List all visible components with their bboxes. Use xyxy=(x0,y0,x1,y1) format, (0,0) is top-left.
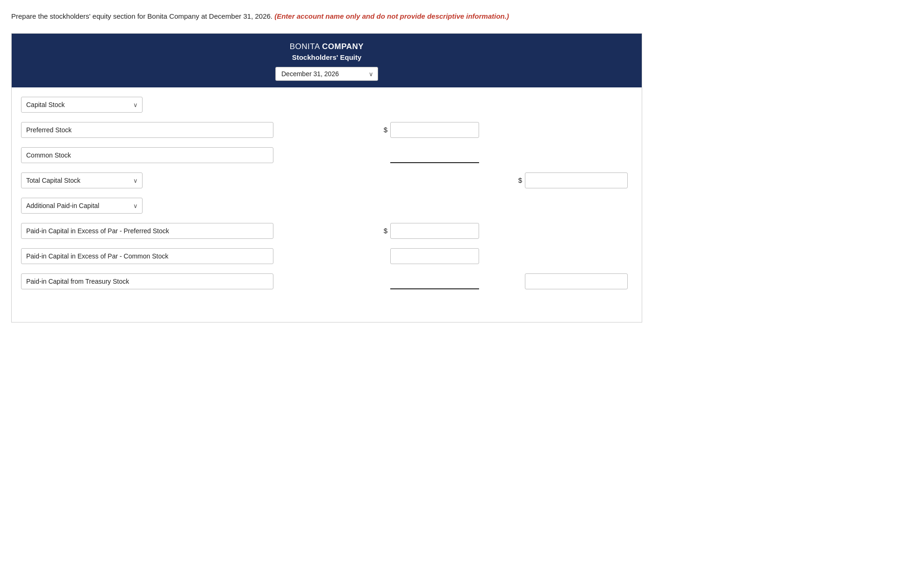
table-header: BONITA COMPANY Stockholders' Equity Dece… xyxy=(12,34,642,87)
row-capital-stock: Capital Stock xyxy=(12,92,642,117)
col-label-paid-in-common xyxy=(21,248,301,264)
col-mid-paid-in-preferred: $ xyxy=(301,223,479,239)
row-paid-in-treasury xyxy=(12,269,642,294)
col-mid-common-stock xyxy=(301,147,479,163)
row-additional-paid-in: Additional Paid-in Capital xyxy=(12,193,642,218)
select-wrap-additional-paid-in[interactable]: Additional Paid-in Capital xyxy=(21,198,143,214)
select-total-capital-stock[interactable]: Total Capital Stock xyxy=(21,172,143,188)
input-preferred-stock[interactable] xyxy=(21,122,273,138)
amount-common-stock[interactable] xyxy=(390,147,479,163)
input-paid-in-preferred[interactable] xyxy=(21,223,273,239)
equity-table: BONITA COMPANY Stockholders' Equity Dece… xyxy=(11,33,642,323)
amount-paid-in-common[interactable] xyxy=(390,248,479,264)
input-common-stock[interactable] xyxy=(21,147,273,163)
section-title: Stockholders' Equity xyxy=(16,53,637,61)
row-paid-in-preferred: $ xyxy=(12,218,642,244)
col-label-capital-stock: Capital Stock xyxy=(21,97,301,113)
amount-total-capital-stock[interactable] xyxy=(525,172,628,188)
date-select[interactable]: December 31, 2026 xyxy=(275,67,378,81)
table-body: Capital Stock $ xyxy=(12,87,642,322)
select-wrap-capital-stock[interactable]: Capital Stock xyxy=(21,97,143,113)
select-capital-stock[interactable]: Capital Stock xyxy=(21,97,143,113)
company-name-normal: BONITA xyxy=(290,42,322,51)
col-mid-paid-in-common xyxy=(301,248,479,264)
instruction-red: (Enter account name only and do not prov… xyxy=(274,12,509,20)
date-selector-wrapper: December 31, 2026 xyxy=(16,67,637,81)
amount-preferred-stock[interactable] xyxy=(390,122,479,138)
col-label-preferred-stock xyxy=(21,122,301,138)
row-common-stock xyxy=(12,143,642,168)
row-total-capital-stock: Total Capital Stock $ xyxy=(12,168,642,193)
select-wrap-total-capital-stock[interactable]: Total Capital Stock xyxy=(21,172,143,188)
date-select-wrap[interactable]: December 31, 2026 xyxy=(275,67,378,81)
col-label-paid-in-preferred xyxy=(21,223,301,239)
company-name-bold: COMPANY xyxy=(322,42,364,51)
select-additional-paid-in[interactable]: Additional Paid-in Capital xyxy=(21,198,143,214)
col-label-additional-paid-in: Additional Paid-in Capital xyxy=(21,198,301,214)
instruction-main: Prepare the stockholders' equity section… xyxy=(11,12,272,20)
amount-paid-in-preferred[interactable] xyxy=(390,223,479,239)
col-mid-preferred-stock: $ xyxy=(301,122,479,138)
row-preferred-stock: $ xyxy=(12,117,642,143)
row-paid-in-common xyxy=(12,244,642,269)
dollar-sign-paid-in-preferred: $ xyxy=(384,227,387,235)
instruction-text: Prepare the stockholders' equity section… xyxy=(11,11,642,22)
col-label-paid-in-treasury xyxy=(21,273,301,289)
col-label-common-stock xyxy=(21,147,301,163)
input-paid-in-common[interactable] xyxy=(21,248,273,264)
input-paid-in-treasury[interactable] xyxy=(21,273,273,289)
amount-total-right-bottom[interactable] xyxy=(525,273,628,289)
col-right-paid-in-treasury xyxy=(479,273,632,289)
amount-paid-in-treasury[interactable] xyxy=(390,273,479,289)
dollar-sign-preferred: $ xyxy=(384,126,387,134)
col-right-total-capital-stock: $ xyxy=(479,172,632,188)
company-name: BONITA COMPANY xyxy=(16,42,637,51)
dollar-sign-total: $ xyxy=(518,176,522,184)
col-label-total-capital-stock: Total Capital Stock xyxy=(21,172,301,188)
bottom-space xyxy=(12,294,642,322)
col-mid-paid-in-treasury xyxy=(301,273,479,289)
